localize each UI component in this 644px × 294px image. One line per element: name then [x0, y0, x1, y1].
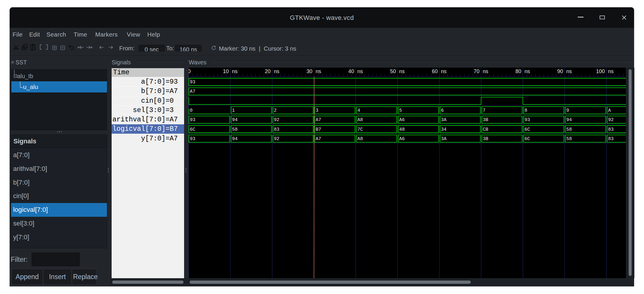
svg-text:4: 4 — [357, 108, 360, 113]
svg-text:ns: ns — [524, 68, 530, 74]
svg-text:B7: B7 — [316, 127, 321, 132]
svg-text:58: 58 — [566, 127, 572, 132]
svg-text:94: 94 — [232, 117, 238, 123]
svg-text:92: 92 — [274, 136, 279, 142]
svg-text:2: 2 — [274, 108, 277, 113]
svg-text:CB: CB — [483, 127, 488, 132]
svg-text:ns: ns — [483, 68, 488, 74]
svg-text:48: 48 — [399, 127, 405, 132]
svg-text:10: 10 — [223, 68, 229, 74]
svg-text:6C: 6C — [524, 127, 530, 132]
svg-text:A8: A8 — [357, 136, 363, 142]
svg-text:92: 92 — [608, 117, 614, 123]
svg-text:0: 0 — [188, 68, 191, 74]
svg-text:93: 93 — [524, 117, 530, 123]
svg-text:9: 9 — [566, 108, 569, 113]
svg-text:80: 80 — [515, 68, 521, 74]
svg-text:A7: A7 — [316, 136, 321, 142]
svg-text:3B: 3B — [483, 117, 488, 123]
svg-text:58: 58 — [566, 136, 572, 142]
svg-text:83: 83 — [608, 136, 614, 142]
svg-text:34: 34 — [441, 127, 446, 132]
svg-text:8: 8 — [524, 108, 527, 113]
svg-text:100: 100 — [596, 68, 605, 74]
svg-text:92: 92 — [274, 117, 279, 123]
svg-text:ns: ns — [566, 68, 572, 74]
svg-text:6C: 6C — [524, 136, 530, 142]
svg-text:83: 83 — [274, 127, 279, 132]
svg-text:40: 40 — [348, 68, 354, 74]
svg-text:A6: A6 — [399, 117, 405, 123]
svg-text:3A: 3A — [441, 117, 447, 123]
svg-text:A7: A7 — [316, 117, 321, 123]
svg-text:5: 5 — [399, 108, 402, 113]
svg-text:83: 83 — [608, 127, 614, 132]
svg-text:50: 50 — [390, 68, 396, 74]
svg-text:94: 94 — [566, 117, 572, 123]
svg-text:ns: ns — [274, 68, 279, 74]
svg-text:7C: 7C — [357, 127, 363, 132]
svg-text:ns: ns — [399, 68, 405, 74]
svg-text:A7: A7 — [190, 89, 195, 94]
svg-text:A8: A8 — [357, 117, 363, 123]
svg-text:ns: ns — [357, 68, 363, 74]
svg-text:90: 90 — [557, 68, 563, 74]
svg-text:70: 70 — [474, 68, 479, 74]
svg-text:ns: ns — [441, 68, 446, 74]
svg-text:3A: 3A — [441, 136, 447, 142]
svg-text:94: 94 — [232, 136, 238, 142]
svg-text:ns: ns — [316, 68, 321, 74]
svg-text:1: 1 — [232, 108, 235, 113]
svg-text:ns: ns — [608, 68, 614, 74]
svg-text:ns: ns — [232, 68, 238, 74]
svg-text:6: 6 — [441, 108, 444, 113]
svg-text:20: 20 — [265, 68, 271, 74]
svg-text:93: 93 — [190, 80, 195, 85]
svg-text:93: 93 — [190, 136, 195, 142]
svg-text:0: 0 — [190, 108, 193, 113]
svg-text:30: 30 — [307, 68, 312, 74]
svg-text:7: 7 — [483, 108, 486, 113]
svg-text:6C: 6C — [190, 127, 195, 132]
svg-text:A6: A6 — [399, 136, 405, 142]
svg-text:93: 93 — [190, 117, 195, 123]
svg-text:A: A — [608, 108, 611, 113]
svg-text:58: 58 — [232, 127, 238, 132]
svg-text:3: 3 — [316, 108, 318, 113]
svg-text:60: 60 — [432, 68, 438, 74]
svg-text:3B: 3B — [483, 136, 488, 142]
